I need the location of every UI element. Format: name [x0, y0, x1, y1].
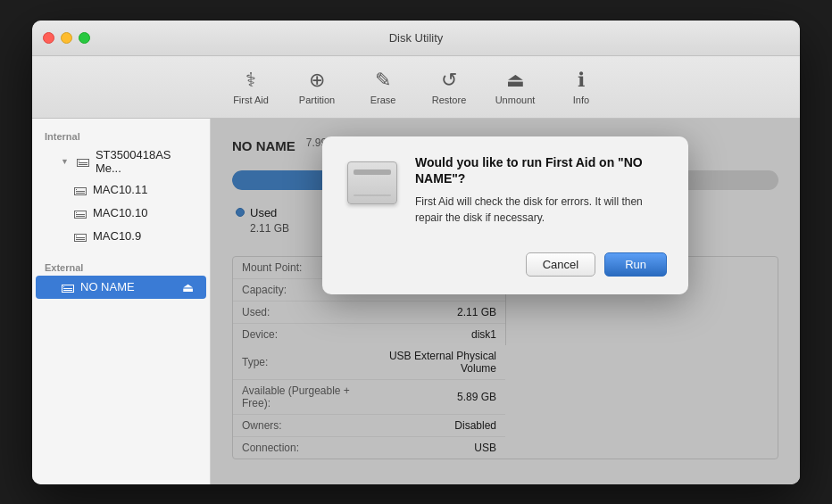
external-section-header: External	[32, 257, 210, 276]
traffic-lights	[43, 32, 90, 44]
first-aid-button[interactable]: ⚕ First Aid	[220, 62, 282, 112]
toolbar: ⚕ First Aid ⊕ Partition ✎ Erase ↺ Restor…	[32, 56, 800, 119]
modal-buttons: Cancel Run	[344, 252, 667, 277]
restore-button[interactable]: ↺ Restore	[418, 62, 480, 112]
titlebar: Disk Utility	[32, 21, 800, 56]
sidebar-item-label: MAC10.9	[93, 229, 141, 243]
first-aid-label: First Aid	[233, 95, 269, 105]
hdd-graphic	[347, 161, 397, 204]
app-window: Disk Utility ⚕ First Aid ⊕ Partition ✎ E…	[32, 21, 800, 484]
partition-icon: 🖴	[73, 205, 87, 221]
partition-icon: 🖴	[73, 228, 87, 244]
sidebar-item-noname[interactable]: 🖴 NO NAME ⏏	[36, 276, 206, 299]
sidebar-item-mac1010[interactable]: 🖴 MAC10.10	[36, 202, 206, 225]
info-label: Info	[573, 95, 589, 105]
main-area: Internal ▼ 🖴 ST3500418AS Me... 🖴 MAC10.1…	[32, 119, 800, 484]
sidebar: Internal ▼ 🖴 ST3500418AS Me... 🖴 MAC10.1…	[32, 119, 211, 484]
usb-disk-icon: 🖴	[61, 279, 75, 295]
partition-button[interactable]: ⊕ Partition	[286, 62, 348, 112]
internal-section-header: Internal	[32, 126, 210, 145]
modal-text: Would you like to run First Aid on "NO N…	[415, 154, 667, 226]
info-icon: ℹ	[578, 69, 585, 92]
sidebar-item-mac109[interactable]: 🖴 MAC10.9	[36, 225, 206, 248]
content-area: NO NAME 7.99 GB (32) Used 2.11 GB	[211, 119, 800, 484]
modal-top: Would you like to run First Aid on "NO N…	[344, 154, 667, 226]
restore-label: Restore	[432, 95, 467, 105]
minimize-button[interactable]	[61, 32, 72, 44]
first-aid-icon: ⚕	[245, 69, 256, 92]
restore-icon: ↺	[441, 69, 457, 92]
partition-icon: ⊕	[309, 69, 325, 92]
cancel-button[interactable]: Cancel	[526, 252, 595, 277]
info-button[interactable]: ℹ Info	[550, 62, 612, 112]
run-button[interactable]: Run	[604, 252, 667, 277]
unmount-label: Unmount	[495, 95, 536, 105]
maximize-button[interactable]	[79, 32, 90, 44]
unmount-icon: ⏏	[506, 69, 525, 92]
first-aid-dialog: Would you like to run First Aid on "NO N…	[322, 136, 688, 294]
sidebar-item-label: MAC10.11	[93, 183, 147, 196]
window-title: Disk Utility	[389, 31, 444, 45]
expand-icon: ▼	[61, 157, 69, 166]
partition-icon: 🖴	[73, 182, 87, 198]
sidebar-item-label: NO NAME	[80, 280, 135, 293]
sidebar-item-label: MAC10.10	[93, 206, 147, 219]
modal-body: First Aid will check the disk for errors…	[415, 194, 667, 226]
modal-overlay: Would you like to run First Aid on "NO N…	[211, 119, 800, 484]
erase-label: Erase	[370, 95, 396, 105]
modal-title: Would you like to run First Aid on "NO N…	[415, 154, 667, 186]
close-button[interactable]	[43, 32, 54, 44]
sidebar-item-st3500[interactable]: ▼ 🖴 ST3500418AS Me...	[36, 145, 206, 178]
erase-button[interactable]: ✎ Erase	[352, 62, 414, 112]
unmount-button[interactable]: ⏏ Unmount	[484, 62, 546, 112]
modal-disk-icon	[344, 154, 401, 211]
sidebar-item-mac1011[interactable]: 🖴 MAC10.11	[36, 178, 206, 202]
disk-icon: 🖴	[76, 153, 90, 169]
sidebar-item-label: ST3500418AS Me...	[96, 148, 194, 175]
erase-icon: ✎	[375, 69, 391, 92]
eject-icon[interactable]: ⏏	[182, 280, 194, 294]
partition-label: Partition	[299, 95, 335, 105]
